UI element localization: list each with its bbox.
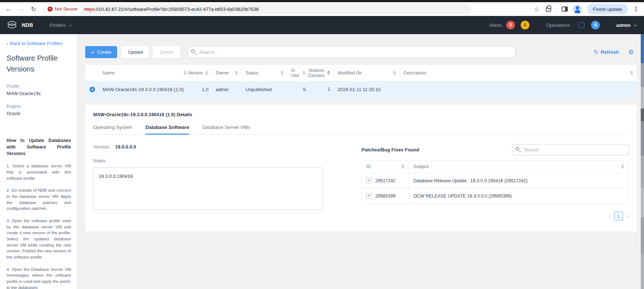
column-header-nutanix-clusters[interactable]: Nutanix Clusters xyxy=(309,68,334,78)
bookmark-star-icon[interactable]: ☆ xyxy=(533,5,541,13)
page-number[interactable]: 1 xyxy=(614,212,623,220)
not-secure-chip[interactable]: ✕ Not Secure xyxy=(45,5,82,13)
column-header-status[interactable]: Status xyxy=(242,68,288,78)
table-row[interactable]: MAW-Oracle19c-19.3.0.0.190416 (1.0) 1.0 … xyxy=(85,81,637,98)
patch-id: 29517242 xyxy=(375,178,396,183)
details-left-column: Version: 19.0.0.0.0 Notes 19.3.0.0.19041… xyxy=(93,144,354,220)
nav-profiles-label: Profiles xyxy=(50,23,66,28)
patches-search xyxy=(512,144,629,155)
sort-icon[interactable] xyxy=(393,71,396,75)
gear-icon[interactable]: ⚙ xyxy=(628,48,634,56)
alerts-critical-badge[interactable]: 0 xyxy=(506,21,515,29)
version-line: Version: 19.0.0.0.0 xyxy=(93,144,354,150)
profile-label: Profile xyxy=(7,84,71,89)
row-modified-on: 2024-01-11 11:25:15 xyxy=(334,87,400,92)
update-button[interactable]: Update xyxy=(121,46,149,58)
details-title: MAW-Oracle19c-19.3.0.0.190416 (1.0) Deta… xyxy=(93,112,629,117)
nutanix-logo-icon[interactable] xyxy=(7,21,17,29)
column-label: Modified On xyxy=(338,70,362,76)
browser-profile-avatar[interactable] xyxy=(573,5,582,14)
versions-search xyxy=(187,46,516,58)
column-label: ID xyxy=(366,164,371,169)
back-link-label: Back to Software Profiles xyxy=(10,41,62,46)
sort-icon[interactable] xyxy=(281,71,284,75)
finish-update-button[interactable]: Finish update xyxy=(587,4,628,15)
column-label: Description xyxy=(404,70,426,76)
sort-icon[interactable] xyxy=(302,71,305,75)
operations-count-badge[interactable]: 0 xyxy=(591,21,600,29)
search-icon xyxy=(516,147,519,151)
tab-database-server-vms[interactable]: Database Server VMs xyxy=(202,125,250,134)
back-to-software-profiles-link[interactable]: ‹ Back to Software Profiles xyxy=(7,41,71,46)
expand-plus-icon[interactable]: + xyxy=(366,178,372,183)
column-label: Version xyxy=(188,70,203,76)
address-bar[interactable]: ✕ Not Secure https://10.42.67.22/#/softw… xyxy=(44,4,471,15)
plus-icon: + xyxy=(91,49,94,55)
versions-table-header: Name Version Owner Status xyxy=(85,65,637,81)
sort-icon[interactable] xyxy=(401,164,404,169)
row-name: MAW-Oracle19c-19.3.0.0.190416 (1.0) xyxy=(99,87,190,92)
sort-icon[interactable] xyxy=(183,71,186,75)
row-owner: admin xyxy=(212,87,242,92)
divider xyxy=(608,21,608,29)
patch-id-cell: + 29585399 xyxy=(362,188,409,203)
not-secure-label: Not Secure xyxy=(55,7,78,12)
delete-button[interactable]: Delete xyxy=(153,46,180,58)
app-body: ‹ Back to Software Profiles Software Pro… xyxy=(0,34,644,289)
alerts-warning-badge[interactable]: 0 xyxy=(521,21,529,29)
create-button[interactable]: + Create xyxy=(85,46,117,58)
header-radio-spacer xyxy=(85,68,99,78)
refresh-icon: ↻ xyxy=(594,49,598,56)
page-prev-icon[interactable]: ‹ xyxy=(609,213,611,219)
versions-search-input[interactable] xyxy=(187,46,516,58)
patch-subject: OCW RELEASE UPDATE 19.3.0.0.0 (29585399) xyxy=(409,188,628,203)
nav-profiles-menu[interactable]: Profiles xyxy=(50,23,71,28)
column-header-owner[interactable]: Owner xyxy=(212,68,242,78)
profile-value: MAW-Oracle19c xyxy=(7,91,71,96)
browser-reload-icon[interactable]: ↻ xyxy=(28,4,38,14)
browser-actions: ☆ Finish update ⋮ xyxy=(533,4,639,15)
browser-forward-icon[interactable]: → xyxy=(16,4,26,14)
column-header-id[interactable]: ID xyxy=(362,160,409,173)
side-panel-icon[interactable] xyxy=(562,7,568,12)
column-label: Status xyxy=(245,70,258,76)
page-title: Software Profile Versions xyxy=(7,53,71,74)
notes-textarea[interactable]: 19.3.0.0.190416 xyxy=(93,167,323,210)
sidebar: ‹ Back to Software Profiles Software Pro… xyxy=(0,34,77,289)
browser-menu-icon[interactable]: ⋮ xyxy=(633,6,639,13)
table-row: + 29585399 OCW RELEASE UPDATE 19.3.0.0.0… xyxy=(362,188,628,203)
row-version: 1.0 xyxy=(190,87,212,92)
user-menu[interactable]: admin xyxy=(616,23,636,28)
url-rest: ://10.42.67.22/#/softwareProfile?id=2580… xyxy=(95,7,259,12)
sort-icon[interactable] xyxy=(205,71,208,75)
page-next-icon[interactable]: › xyxy=(626,213,628,219)
sort-icon[interactable] xyxy=(621,164,624,169)
refresh-button[interactable]: ↻ Refresh xyxy=(588,49,619,56)
column-header-version[interactable]: Version xyxy=(190,68,212,78)
column-header-in-use[interactable]: In Use xyxy=(288,68,309,78)
column-header-name[interactable]: Name xyxy=(99,68,190,78)
sort-icon[interactable] xyxy=(630,71,633,75)
column-header-description[interactable]: Description xyxy=(400,68,637,78)
expand-plus-icon[interactable]: + xyxy=(366,193,372,199)
pagination: ‹ 1 › xyxy=(362,212,629,220)
sort-icon[interactable] xyxy=(327,71,330,75)
alerts-label[interactable]: Alerts xyxy=(490,23,502,28)
operations-progress-ring-icon[interactable] xyxy=(578,21,585,29)
howto-step-3: 3. Open the software profile used by the… xyxy=(7,218,71,260)
operations-label[interactable]: Operations xyxy=(546,23,570,28)
tab-database-software[interactable]: Database Software xyxy=(145,125,189,134)
patches-search-input[interactable] xyxy=(512,144,629,155)
browser-back-icon[interactable]: ← xyxy=(4,4,14,14)
radio-selected-icon[interactable] xyxy=(90,87,95,92)
details-tabs: Operating System Database Software Datab… xyxy=(93,125,629,135)
column-label: Nutanix Clusters xyxy=(308,68,325,78)
sort-icon[interactable] xyxy=(235,71,238,75)
extensions-icon[interactable] xyxy=(546,7,551,12)
brand-ndb[interactable]: NDB xyxy=(22,22,33,28)
app-navbar: NDB Profiles Alerts 0 0 Operations 0 adm… xyxy=(0,16,644,34)
row-radio-cell xyxy=(85,87,99,92)
column-header-modified-on[interactable]: Modified On xyxy=(334,68,400,78)
column-header-subject[interactable]: Subject xyxy=(409,160,628,173)
tab-operating-system[interactable]: Operating System xyxy=(93,125,132,134)
